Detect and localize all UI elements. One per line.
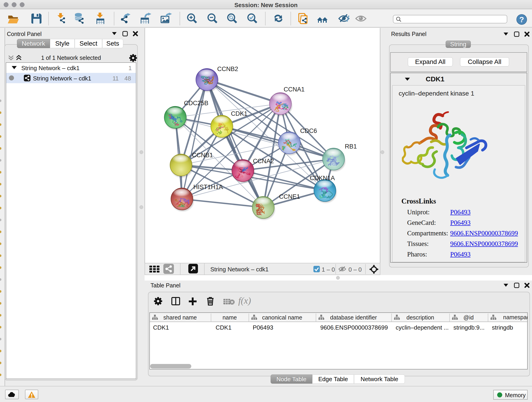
svg-text:CDK1: CDK1 (231, 110, 247, 117)
svg-text:CCNB2: CCNB2 (217, 65, 238, 72)
svg-text:CDC25B: CDC25B (184, 100, 209, 107)
svg-text:CCNA1: CCNA1 (284, 86, 305, 93)
svg-text:CDKN1A: CDKN1A (310, 175, 335, 182)
svg-text:HIST1H1A: HIST1H1A (193, 184, 223, 191)
svg-text:CDC6: CDC6 (300, 128, 317, 134)
svg-text:CCNE1: CCNE1 (279, 193, 300, 200)
svg-text:CCNB1: CCNB1 (192, 152, 213, 159)
svg-text:CCNA2: CCNA2 (253, 158, 274, 165)
svg-text:RB1: RB1 (345, 143, 357, 150)
